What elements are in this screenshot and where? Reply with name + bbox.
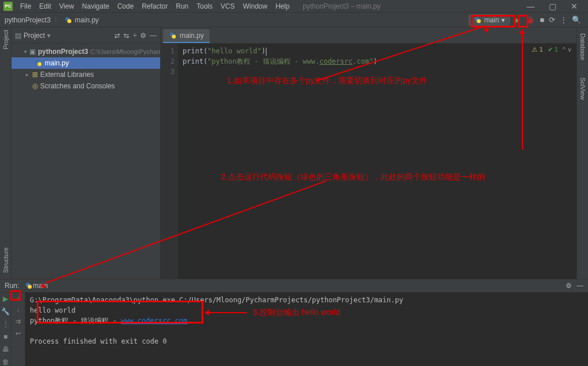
tree-root-name: pythonProject3 — [38, 48, 88, 56]
debug-button[interactable]: 🐞 — [525, 16, 534, 24]
project-panel-header: ▤ Project ▾ ⇄ ⇆ ÷ ⚙ — — [11, 28, 160, 44]
run-body: ▶ 🔧 ⋮ ■ 🖶 🗑 ↑ ↓ ⇉ ↩ G:\ProgramData\Anaco… — [0, 293, 588, 366]
strip-sciview[interactable]: SciView — [579, 77, 586, 100]
stop-icon[interactable]: ■ — [3, 333, 7, 341]
libraries-icon: ⊞ — [32, 71, 38, 79]
inspection-nav[interactable]: ^ ∨ — [563, 46, 572, 53]
rerun-icon[interactable]: ⟳ — [549, 15, 555, 24]
breadcrumb-file-label: main.py — [75, 16, 99, 24]
menu-code[interactable]: Code — [114, 1, 137, 11]
menu-file[interactable]: File — [17, 1, 34, 11]
svg-point-1 — [67, 19, 71, 23]
editor-tab-main[interactable]: main.py — [163, 29, 210, 43]
navbar: pythonProject3 〉 main.py main ▾ ▶ 🐞 ■ ⟳ … — [0, 13, 588, 28]
stop-button[interactable]: ■ — [540, 15, 544, 24]
up-icon[interactable]: ↑ — [17, 295, 20, 302]
folder-icon: ▤ — [15, 32, 21, 40]
dropdown-icon[interactable]: ▾ — [47, 32, 51, 40]
dropdown-icon: ▾ — [501, 16, 505, 24]
run-tool-window: Run: main ⚙ — ▶ 🔧 ⋮ ■ 🖶 🗑 ↑ ↓ ⇉ ↩ G:\Pro… — [0, 279, 588, 366]
code-line-2: print("hello world") — [183, 46, 577, 56]
trash-icon[interactable]: 🗑 — [2, 358, 9, 366]
minimize-icon[interactable]: — — [577, 282, 583, 290]
svg-point-7 — [172, 34, 176, 38]
menu-run[interactable]: Run — [173, 1, 191, 11]
menu-tools[interactable]: Tools — [194, 1, 215, 11]
console-cmd: G:\ProgramData\Anaconda3\python.exe C:/U… — [30, 295, 583, 305]
console-out-1: hello world — [30, 305, 583, 316]
inspection-warn[interactable]: ⚠ 1 — [532, 46, 543, 53]
chevron-right-icon[interactable]: ▸ — [24, 72, 30, 77]
pp-icon-3[interactable]: ÷ — [133, 32, 137, 40]
maximize-button[interactable]: ▢ — [544, 2, 560, 11]
search-icon[interactable]: 🔍 — [572, 15, 581, 24]
project-tree: ▾ ▣ pythonProject3 C:\Users\Mloong\Pycha… — [11, 44, 160, 94]
scratches-icon: ◎ — [32, 82, 38, 90]
minimize-button[interactable]: — — [523, 2, 539, 11]
menu-view[interactable]: View — [56, 1, 77, 11]
menu-refactor[interactable]: Refactor — [139, 1, 171, 11]
run-button[interactable]: ▶ — [513, 16, 522, 24]
gear-icon[interactable]: ⚙ — [140, 32, 146, 40]
run-title: Run: — [5, 282, 19, 290]
tree-file-main[interactable]: main.py — [11, 57, 160, 69]
run-config-name: main — [33, 282, 48, 290]
svg-point-3 — [477, 19, 481, 23]
editor-body[interactable]: 1 2 3 print("hello world")print("python教… — [161, 44, 577, 279]
menu-vcs[interactable]: VCS — [218, 1, 238, 11]
pp-icon-2[interactable]: ⇆ — [123, 32, 129, 40]
code[interactable]: print("hello world")print("python教程 - 猿说… — [178, 44, 577, 279]
softwrap-icon[interactable]: ⇉ — [16, 318, 21, 325]
folder-icon: ▣ — [29, 48, 36, 56]
app-icon: PC — [3, 2, 13, 11]
code-line-3: print("python教程 - 猿说编程 - www.codersrc.co… — [183, 56, 577, 67]
run-header: Run: main ⚙ — — [0, 279, 588, 293]
gear-icon[interactable]: ⚙ — [566, 282, 572, 290]
editor-area: main.py 1 2 3 print("hello world")print(… — [161, 28, 577, 279]
strip-database[interactable]: Database — [579, 33, 586, 60]
python-file-icon — [64, 16, 72, 24]
run-config-selector[interactable]: main ▾ — [469, 14, 510, 26]
more-icon[interactable]: ⋮ — [2, 320, 9, 328]
pp-icon-1[interactable]: ⇄ — [114, 32, 120, 40]
print-icon[interactable]: 🖶 — [2, 345, 9, 353]
more-icon[interactable]: ⋮ — [560, 15, 567, 24]
strip-project[interactable]: Project — [2, 30, 9, 49]
window-controls: — ▢ ✕ — [523, 2, 585, 11]
wrap-icon[interactable]: ↩ — [16, 330, 21, 337]
python-icon — [25, 282, 33, 290]
tools-icon[interactable]: 🔧 — [1, 307, 10, 316]
close-button[interactable]: ✕ — [566, 2, 582, 11]
editor-tabs: main.py — [161, 28, 577, 44]
python-icon — [474, 16, 482, 24]
inspection-ok[interactable]: ✔ 1 — [548, 46, 558, 53]
tree-ext-libs[interactable]: ▸ ⊞ External Libraries — [11, 69, 160, 80]
menu-edit[interactable]: Edit — [36, 1, 54, 11]
titlebar: PC File Edit View Navigate Code Refactor… — [0, 0, 588, 13]
rerun-button[interactable]: ▶ — [3, 295, 8, 303]
down-icon[interactable]: ↓ — [17, 306, 20, 313]
tree-file-label: main.py — [45, 59, 69, 67]
breadcrumb-sep: 〉 — [54, 15, 61, 25]
breadcrumb-project[interactable]: pythonProject3 — [5, 16, 51, 24]
editor-status: ⚠ 1 ✔ 1 ^ ∨ — [532, 46, 572, 53]
run-config-label: main — [484, 16, 499, 24]
strip-structure[interactable]: Structure — [2, 247, 9, 273]
tree-scratches[interactable]: ◎ Scratches and Consoles — [11, 80, 160, 92]
project-panel: ▤ Project ▾ ⇄ ⇆ ÷ ⚙ — ▾ ▣ pythonProject3… — [11, 28, 161, 279]
menu-window[interactable]: Window — [240, 1, 270, 11]
menu-navigate[interactable]: Navigate — [79, 1, 112, 11]
run-console[interactable]: G:\ProgramData\Anaconda3\python.exe C:/U… — [25, 293, 588, 366]
breadcrumb-file[interactable]: main.py — [64, 16, 99, 24]
run-gutter-primary: ▶ 🔧 ⋮ ■ 🖶 🗑 — [0, 293, 11, 366]
menubar: File Edit View Navigate Code Refactor Ru… — [17, 1, 292, 11]
window-title: pythonProject3 – main.py — [303, 2, 380, 10]
chevron-down-icon[interactable]: ▾ — [24, 49, 27, 54]
menu-help[interactable]: Help — [273, 1, 293, 11]
pp-minimize-icon[interactable]: — — [150, 32, 157, 40]
console-link[interactable]: www.codersrc.com — [121, 317, 188, 325]
tree-root[interactable]: ▾ ▣ pythonProject3 C:\Users\Mloong\Pycha… — [11, 46, 160, 57]
tree-scratches-label: Scratches and Consoles — [40, 82, 115, 90]
svg-point-5 — [37, 62, 41, 66]
python-file-icon — [34, 59, 42, 67]
